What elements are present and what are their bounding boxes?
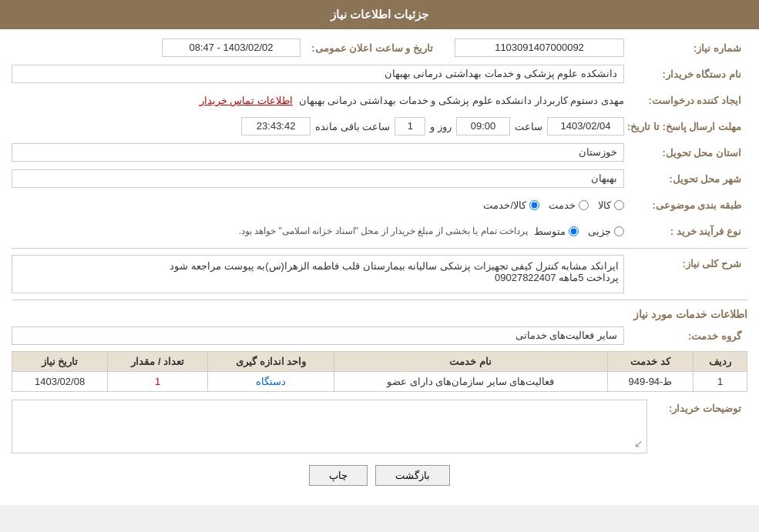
radio-khedmat-item: خدمت <box>549 199 589 211</box>
radio-kala-khedmat-input[interactable] <box>529 200 539 210</box>
shahr-value: بهبهان <box>12 169 624 188</box>
sharh-label: شرح کلی نیاز: <box>624 255 747 269</box>
back-button[interactable]: بازگشت <box>375 465 450 486</box>
group-label: گروه خدمت: <box>624 330 747 342</box>
cell-kod: ط-94-949 <box>607 372 694 392</box>
row-deadline: مهلت ارسال پاسخ: تا تاریخ: 1403/02/04 سا… <box>12 115 747 137</box>
col-name: نام خدمت <box>334 352 607 372</box>
deadline-date: 1403/02/04 <box>547 117 624 136</box>
day-label: روز و <box>430 121 452 132</box>
services-section-title: اطلاعات خدمات مورد نیاز <box>12 308 747 320</box>
radio-khedmat-label: خدمت <box>549 199 576 211</box>
tabaqe-radio-group: کالا خدمت کالا/خدمت <box>483 199 624 211</box>
table-row: 1 ط-94-949 فعالیت‌های سایر سازمان‌های دا… <box>12 372 747 392</box>
public-date-value: 1403/02/02 - 08:47 <box>162 38 301 57</box>
creator-value: مهدی دستوم کاربردار دانشکده علوم پزشکی و… <box>299 95 624 106</box>
name-dastgah-value: دانشکده علوم پزشکی و خدمات بهداشتی درمان… <box>12 65 624 83</box>
radio-kala-khedmat-item: کالا/خدمت <box>483 199 539 211</box>
farayand-radio-group: جزیی متوسط <box>534 226 624 237</box>
buyer-notes-label: توضیحات خریدار: <box>647 400 747 414</box>
radio-motavasset-label: متوسط <box>534 226 566 237</box>
deadline-time: 09:00 <box>456 117 510 136</box>
creator-row-content: مهدی دستوم کاربردار دانشکده علوم پزشکی و… <box>12 95 624 106</box>
cursor-icon: ↙ <box>634 437 643 450</box>
radio-kala-item: کالا <box>598 199 624 211</box>
radio-motavasset-input[interactable] <box>569 226 579 236</box>
main-content: شماره نیاز: 1103091407000092 تاریخ و ساع… <box>0 29 759 505</box>
radio-kala-input[interactable] <box>614 200 624 210</box>
row-ostan: استان محل تحویل: خوزستان <box>12 142 747 163</box>
farayand-note: پرداخت تمام یا بخشی از مبلغ خریدار از مح… <box>239 226 528 236</box>
cell-name: فعالیت‌های سایر سازمان‌های دارای عضو <box>334 372 607 392</box>
radio-kala-khedmat-label: کالا/خدمت <box>483 199 526 211</box>
radio-jazii-label: جزیی <box>588 226 611 237</box>
table-header-row: ردیف کد خدمت نام خدمت واحد اندازه گیری ت… <box>12 352 747 372</box>
radio-jazii-item: جزیی <box>588 226 624 237</box>
row-sharh: شرح کلی نیاز: ایرانکد مشابه کنترل کیفی ت… <box>12 255 747 293</box>
radio-kala-label: کالا <box>598 199 611 211</box>
col-tedad: تعداد / مقدار <box>108 352 208 372</box>
deadline-days: 1 <box>395 117 425 136</box>
remaining-label: ساعت باقی مانده <box>315 121 390 132</box>
deadline-remaining: 23:43:42 <box>241 117 311 136</box>
shomare-niaz-label: شماره نیاز: <box>624 42 747 54</box>
row-farayand: نوع فرآیند خرید : جزیی متوسط پرداخت تمام… <box>12 220 747 242</box>
time-label: ساعت <box>515 121 542 132</box>
col-vahed: واحد اندازه گیری <box>208 352 334 372</box>
col-radif: ردیف <box>694 352 747 372</box>
shahr-label: شهر محل تحویل: <box>624 173 747 185</box>
creator-label: ایجاد کننده درخواست: <box>624 95 747 106</box>
group-value: سایر فعالیت‌های خدماتی <box>12 326 624 345</box>
divider-2 <box>12 299 747 300</box>
tabaqe-label: طبقه بندی موضوعی: <box>624 199 747 211</box>
contact-link[interactable]: اطلاعات تماس خریدار <box>200 95 293 106</box>
row-name-dastgah: نام دستگاه خریدار: دانشکده علوم پزشکی و … <box>12 63 747 85</box>
radio-jazii-input[interactable] <box>614 226 624 236</box>
buyer-notes-value: ↙ <box>12 400 647 453</box>
cell-radif: 1 <box>694 372 747 392</box>
row-creator: ایجاد کننده درخواست: مهدی دستوم کاربردار… <box>12 89 747 111</box>
name-dastgah-label: نام دستگاه خریدار: <box>624 69 747 80</box>
cell-vahed: دستگاه <box>208 372 334 392</box>
farayand-content: جزیی متوسط پرداخت تمام یا بخشی از مبلغ خ… <box>12 226 624 237</box>
shomare-niaz-value: 1103091407000092 <box>455 38 624 57</box>
page-header: جزئیات اطلاعات نیاز <box>0 0 759 29</box>
button-row: بازگشت چاپ <box>12 465 747 486</box>
col-tarikh: تاریخ نیاز <box>12 352 108 372</box>
sharh-value: ایرانکد مشابه کنترل کیفی تجهیزات پزشکی س… <box>12 255 624 293</box>
row-shahr: شهر محل تحویل: بهبهان <box>12 168 747 189</box>
page-wrapper: جزئیات اطلاعات نیاز شماره نیاز: 11030914… <box>0 0 759 505</box>
row-shomare-niaz: شماره نیاز: 1103091407000092 تاریخ و ساع… <box>12 37 747 59</box>
radio-khedmat-input[interactable] <box>579 200 589 210</box>
col-kod: کد خدمت <box>607 352 694 372</box>
cell-tedad: 1 <box>108 372 208 392</box>
ostan-value: خوزستان <box>12 143 624 162</box>
page-title: جزئیات اطلاعات نیاز <box>331 8 428 21</box>
cell-tarikh: 1403/02/08 <box>12 372 108 392</box>
farayand-label: نوع فرآیند خرید : <box>624 226 747 237</box>
public-date-label: تاریخ و ساعت اعلان عمومی: <box>301 42 439 54</box>
row-tabaqe: طبقه بندی موضوعی: کالا خدمت کالا/خدمت <box>12 194 747 216</box>
print-button[interactable]: چاپ <box>309 465 368 486</box>
services-table: ردیف کد خدمت نام خدمت واحد اندازه گیری ت… <box>12 351 747 392</box>
row-buyer-notes: توضیحات خریدار: ↙ <box>12 400 747 453</box>
radio-motavasset-item: متوسط <box>534 226 579 237</box>
deadline-label: مهلت ارسال پاسخ: تا تاریخ: <box>624 121 747 132</box>
row-group-khedmat: گروه خدمت: سایر فعالیت‌های خدماتی <box>12 325 747 346</box>
divider-1 <box>12 248 747 249</box>
ostan-label: استان محل تحویل: <box>624 147 747 159</box>
